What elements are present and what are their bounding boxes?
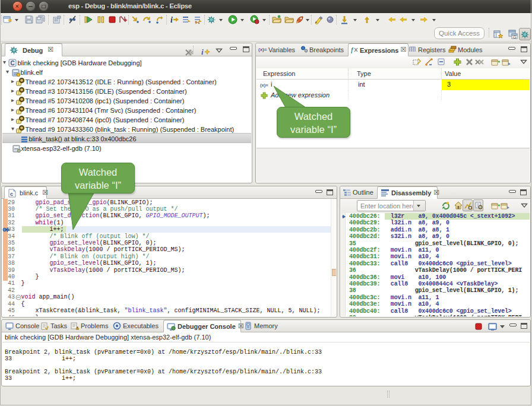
svg-text:ƒ: ƒ xyxy=(350,47,354,53)
svg-text:G: G xyxy=(513,35,516,39)
svg-text:C: C xyxy=(11,60,15,66)
svg-text:(x)=: (x)= xyxy=(258,47,267,52)
svg-text:c: c xyxy=(10,191,13,197)
svg-text:(x)=: (x)= xyxy=(260,83,268,88)
svg-text:i: i xyxy=(201,47,204,56)
svg-text:i: i xyxy=(170,15,173,24)
